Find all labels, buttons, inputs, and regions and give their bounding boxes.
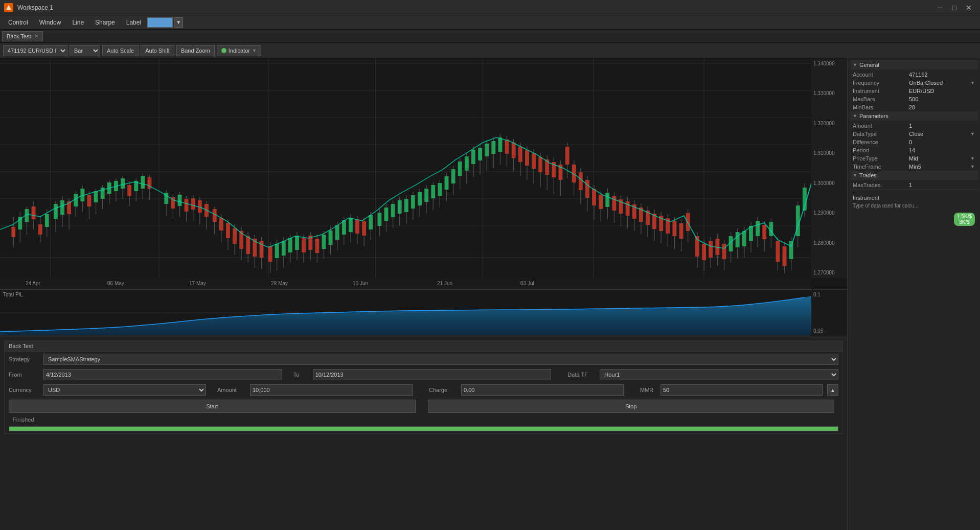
- timeframe-label: TimeFrame: [853, 164, 909, 170]
- menu-sharpe[interactable]: Sharpe: [90, 17, 120, 28]
- parameters-collapse-icon: ▼: [853, 113, 857, 119]
- svg-rect-25: [38, 224, 42, 235]
- chart-type-select[interactable]: Bar: [70, 45, 100, 56]
- price-label-1340: 1.340000: [813, 61, 845, 66]
- time-label-24apr: 24 Apr: [26, 281, 40, 286]
- trades-section-title: Trades: [859, 172, 877, 178]
- indicator-dot: [221, 48, 226, 53]
- app-title: Workspace 1: [17, 4, 933, 11]
- svg-rect-233: [756, 221, 760, 236]
- general-section-header[interactable]: ▼ General: [850, 60, 978, 70]
- maxbars-row: MaxBars 500: [850, 95, 978, 103]
- timeframe-dropdown-icon: ▼: [970, 164, 975, 169]
- time-label-29may: 29 May: [271, 281, 288, 286]
- svg-rect-105: [322, 235, 326, 249]
- svg-rect-103: [315, 239, 319, 253]
- trades-collapse-icon: ▼: [853, 173, 857, 178]
- time-axis: 24 Apr 06 May 17 May 29 May 10 Jun 21 Ju…: [0, 278, 811, 289]
- strategy-select[interactable]: SampleSMAStrategy: [43, 354, 838, 365]
- pnl-label-01: 0.1: [813, 292, 845, 297]
- badge-value1: 1.5K/$: [957, 214, 972, 219]
- restore-button[interactable]: □: [947, 3, 962, 13]
- to-input[interactable]: [313, 369, 552, 380]
- price-axis: 1.340000 1.330000 1.320000 1.310000 1.30…: [811, 58, 847, 278]
- main-area: 1.340000 1.330000 1.320000 1.310000 1.30…: [0, 58, 980, 530]
- mmr-up-button[interactable]: ▲: [827, 384, 838, 396]
- svg-rect-75: [219, 218, 223, 231]
- start-button[interactable]: Start: [9, 400, 416, 413]
- auto-shift-button[interactable]: Auto Shift: [141, 45, 174, 56]
- date-row: From To Data TF Hour1: [5, 367, 842, 382]
- time-label-03jul: 03 Jul: [520, 281, 534, 286]
- pricetype-dropdown-icon: ▼: [970, 156, 975, 161]
- badge-value2: 3K/$: [959, 219, 970, 225]
- svg-rect-129: [404, 199, 408, 212]
- svg-rect-143: [451, 169, 455, 183]
- auto-scale-button[interactable]: Auto Scale: [102, 45, 139, 56]
- svg-rect-17: [11, 227, 15, 237]
- svg-rect-153: [485, 144, 489, 156]
- svg-rect-159: [505, 140, 509, 154]
- charge-label: Charge: [429, 387, 457, 393]
- pricetype-value[interactable]: Mid ▼: [909, 155, 975, 162]
- svg-rect-127: [398, 200, 402, 214]
- maxtrades-value: 1: [909, 182, 975, 188]
- color-dropdown[interactable]: ▼: [174, 17, 183, 28]
- amount-prop-label: Amount: [853, 123, 909, 129]
- color-picker[interactable]: [147, 17, 173, 28]
- difference-label: Difference: [853, 139, 909, 145]
- menu-label[interactable]: Label: [121, 17, 146, 28]
- frequency-row: Frequency OnBarClosed ▼: [850, 79, 978, 87]
- instrument-select[interactable]: 471192 EUR/USD I: [3, 45, 67, 56]
- minbars-value: 20: [909, 104, 975, 110]
- price-chart-svg: [0, 58, 811, 278]
- indicator-label: Indicator: [229, 48, 250, 54]
- indicator-button[interactable]: Indicator ▼: [217, 45, 261, 56]
- svg-rect-113: [349, 218, 353, 232]
- menu-line[interactable]: Line: [67, 17, 89, 28]
- mmr-input[interactable]: [660, 384, 823, 396]
- stop-button[interactable]: Stop: [428, 400, 835, 413]
- progress-container: [9, 426, 838, 431]
- maxtrades-row: MaxTrades 1: [850, 181, 978, 189]
- svg-rect-229: [742, 231, 746, 246]
- pnl-chart-svg: [0, 290, 811, 336]
- tab-close-icon[interactable]: ✕: [34, 33, 38, 39]
- tab-backtest[interactable]: Back Test ✕: [2, 31, 43, 41]
- tabbar: Back Test ✕: [0, 30, 980, 43]
- svg-rect-31: [60, 200, 64, 215]
- menu-window[interactable]: Window: [34, 17, 66, 28]
- close-button[interactable]: ✕: [962, 3, 976, 13]
- svg-rect-157: [498, 137, 502, 152]
- amount-input[interactable]: [250, 384, 413, 396]
- timeframe-value[interactable]: Min5 ▼: [909, 164, 975, 170]
- progress-bar: [9, 427, 838, 431]
- svg-rect-49: [121, 178, 125, 189]
- general-properties: Account 471192 Frequency OnBarClosed ▼ I…: [850, 71, 978, 111]
- svg-rect-177: [565, 147, 569, 165]
- from-input[interactable]: [43, 369, 282, 380]
- band-zoom-button[interactable]: Band Zoom: [176, 45, 215, 56]
- datatype-label: DataType: [853, 131, 909, 137]
- data-tf-select[interactable]: Hour1: [600, 369, 838, 380]
- svg-rect-121: [377, 213, 381, 226]
- svg-rect-93: [282, 241, 286, 256]
- svg-rect-123: [384, 208, 389, 221]
- minimize-button[interactable]: ─: [933, 3, 947, 13]
- svg-rect-133: [418, 192, 422, 205]
- status-row: Finished: [5, 415, 842, 424]
- charge-input[interactable]: [461, 384, 624, 396]
- price-chart-main[interactable]: [0, 58, 811, 278]
- datatype-value[interactable]: Close ▼: [909, 131, 975, 137]
- trades-section-header[interactable]: ▼ Trades: [850, 171, 978, 180]
- frequency-value[interactable]: OnBarClosed ▼: [909, 80, 975, 86]
- svg-rect-137: [431, 185, 435, 198]
- svg-rect-83: [246, 236, 250, 254]
- currency-select[interactable]: USD: [43, 384, 206, 396]
- backtest-panel: Back Test Strategy SampleSMAStrategy Fro…: [4, 340, 843, 434]
- bottom-panel: Back Test Strategy SampleSMAStrategy Fro…: [0, 336, 847, 530]
- parameters-section-header[interactable]: ▼ Parameters: [850, 111, 978, 121]
- menu-control[interactable]: Control: [3, 17, 33, 28]
- svg-rect-77: [226, 223, 230, 238]
- svg-rect-55: [141, 176, 145, 189]
